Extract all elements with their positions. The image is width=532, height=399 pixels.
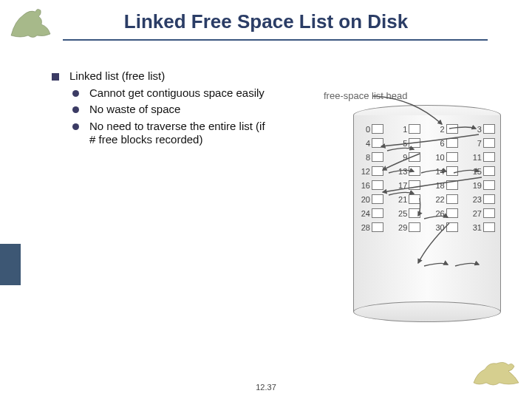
bullet-level2: No waste of space [72,103,273,116]
slide-header: Linked Free Space List on Disk [0,0,532,49]
bullet-text: Cannot get contiguous space easily [89,86,265,100]
bullet-text: Linked list (free list) [69,69,165,82]
slide-title: Linked Free Space List on Disk [0,10,532,33]
dinosaur-icon [7,6,61,40]
page-number: 12.37 [0,383,532,392]
bullet-level2: No need to traverse the entire list (if … [72,120,273,147]
disc-bullet-icon [72,90,79,97]
bullet-level2: Cannot get contiguous space easily [72,86,273,100]
disk-figure: free-space list head 0123456789101112131… [331,75,505,327]
bullet-content: Linked list (free list) Cannot get conti… [52,69,273,149]
bullet-level1: Linked list (free list) [52,69,273,82]
disc-bullet-icon [72,106,79,113]
linked-list-arrows [331,75,505,327]
bullet-text: No waste of space [89,103,180,116]
title-underline [63,39,488,41]
square-bullet-icon [52,73,59,81]
left-accent-bar [0,244,21,285]
bullet-text: No need to traverse the entire list (if … [89,120,273,147]
disc-bullet-icon [72,123,79,130]
